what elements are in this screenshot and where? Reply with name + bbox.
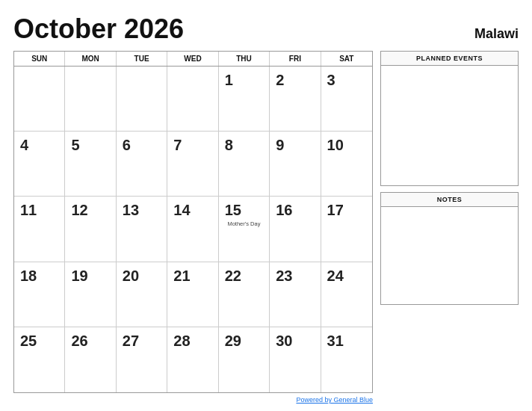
footer-link[interactable]: Powered by General Blue [296, 396, 373, 404]
calendar-body: 123456789101112131415Mother's Day1617181… [14, 67, 372, 392]
day-number: 5 [71, 136, 79, 154]
day-number: 21 [173, 267, 190, 285]
day-number: 8 [225, 136, 233, 154]
footer: Powered by General Blue [13, 393, 519, 404]
day-number: 15 [225, 201, 241, 219]
cal-cell-19: 19 [65, 262, 116, 327]
day-header-wed: WED [167, 52, 218, 66]
day-number: 7 [173, 136, 182, 154]
day-header-sat: SAT [321, 52, 372, 66]
planned-events-title: PLANNED EVENTS [381, 52, 518, 66]
page: October 2026 Malawi SUNMONTUEWEDTHUFRISA… [0, 0, 532, 411]
cal-cell-7: 7 [167, 132, 218, 197]
cal-cell-13: 13 [117, 197, 167, 262]
day-number: 19 [71, 267, 87, 285]
day-header-thu: THU [219, 52, 270, 66]
cal-cell-16: 16 [270, 197, 321, 262]
day-number: 4 [20, 136, 28, 154]
cal-cell-1: 1 [219, 67, 270, 132]
day-number: 16 [276, 201, 292, 219]
day-number: 18 [20, 267, 37, 285]
day-number: 27 [123, 332, 139, 350]
day-number: 11 [20, 201, 37, 219]
calendar-header: SUNMONTUEWEDTHUFRISAT [14, 52, 372, 67]
cal-cell-24: 24 [321, 262, 372, 327]
cal-cell-26: 26 [65, 327, 116, 392]
day-number: 31 [327, 332, 344, 350]
day-header-sun: SUN [14, 52, 65, 66]
planned-events-content [381, 66, 518, 185]
cal-cell-empty [14, 67, 65, 132]
cal-cell-4: 4 [14, 132, 65, 197]
notes-content [381, 207, 518, 304]
cal-cell-14: 14 [167, 197, 218, 262]
sidebar: PLANNED EVENTS NOTES [380, 51, 519, 393]
day-number: 13 [123, 201, 139, 219]
cal-cell-10: 10 [321, 132, 372, 197]
day-number: 23 [276, 267, 292, 285]
cal-cell-9: 9 [270, 132, 321, 197]
day-number: 14 [173, 201, 190, 219]
cal-cell-27: 27 [117, 327, 167, 392]
notes-title: NOTES [381, 193, 518, 207]
day-number: 30 [276, 332, 292, 350]
day-number: 26 [71, 332, 87, 350]
day-number: 20 [123, 267, 139, 285]
day-number: 17 [327, 201, 344, 219]
cal-cell-6: 6 [117, 132, 167, 197]
cal-cell-18: 18 [14, 262, 65, 327]
main-content: SUNMONTUEWEDTHUFRISAT 123456789101112131… [13, 51, 519, 393]
cal-cell-25: 25 [14, 327, 65, 392]
day-number: 12 [71, 201, 87, 219]
planned-events-box: PLANNED EVENTS [380, 51, 519, 186]
cal-cell-empty [65, 67, 116, 132]
cal-cell-15: 15Mother's Day [219, 197, 270, 262]
day-number: 10 [327, 136, 344, 154]
day-number: 28 [173, 332, 190, 350]
cal-cell-31: 31 [321, 327, 372, 392]
cal-cell-22: 22 [219, 262, 270, 327]
day-number: 2 [276, 71, 284, 89]
day-number: 1 [225, 71, 233, 89]
cal-cell-30: 30 [270, 327, 321, 392]
cal-cell-21: 21 [167, 262, 218, 327]
cal-cell-17: 17 [321, 197, 372, 262]
day-number: 25 [20, 332, 37, 350]
day-number: 9 [276, 136, 284, 154]
country-name: Malawi [474, 26, 519, 42]
day-header-tue: TUE [117, 52, 167, 66]
cal-cell-28: 28 [167, 327, 218, 392]
cal-cell-5: 5 [65, 132, 116, 197]
cal-cell-29: 29 [219, 327, 270, 392]
cal-cell-12: 12 [65, 197, 116, 262]
notes-box: NOTES [380, 192, 519, 305]
cal-cell-empty [117, 67, 167, 132]
cal-cell-20: 20 [117, 262, 167, 327]
cal-cell-empty [167, 67, 218, 132]
cal-cell-11: 11 [14, 197, 65, 262]
cal-cell-2: 2 [270, 67, 321, 132]
day-number: 22 [225, 267, 241, 285]
day-header-mon: MON [65, 52, 116, 66]
day-number: 3 [327, 71, 335, 89]
day-header-fri: FRI [270, 52, 321, 66]
day-number: 24 [327, 267, 344, 285]
month-title: October 2026 [13, 13, 184, 45]
cal-cell-3: 3 [321, 67, 372, 132]
cal-cell-8: 8 [219, 132, 270, 197]
header: October 2026 Malawi [13, 13, 519, 45]
cal-cell-23: 23 [270, 262, 321, 327]
event-label: Mother's Day [225, 220, 263, 227]
calendar-section: SUNMONTUEWEDTHUFRISAT 123456789101112131… [13, 51, 373, 393]
day-number: 6 [123, 136, 131, 154]
day-number: 29 [225, 332, 241, 350]
